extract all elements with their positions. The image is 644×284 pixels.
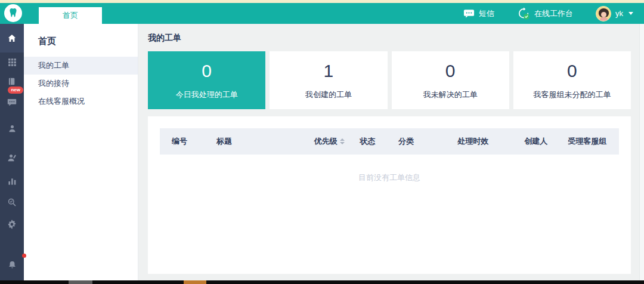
col-creator: 创建人 [524, 136, 568, 147]
grid-apps-icon [8, 58, 17, 67]
taskbar-segment-gray [69, 280, 92, 284]
col-category: 分类 [398, 136, 457, 147]
page-title: 我的工单 [148, 33, 644, 44]
main-content: 我的工单 0 今日我处理的工单 1 我创建的工单 0 我未解决的工单 0 我客服… [138, 24, 644, 284]
stat-value: 0 [445, 61, 456, 81]
app-window: 首页 短信 在线 [0, 0, 644, 284]
logo-circle [4, 4, 22, 22]
taskbar-segment-orange [184, 280, 206, 284]
new-badge: new [8, 87, 23, 94]
top-bar: 首页 短信 在线 [0, 3, 644, 24]
notification-dot [22, 254, 26, 258]
search-check-icon [7, 197, 17, 207]
rail-item-agents[interactable] [0, 143, 24, 172]
stat-value: 1 [324, 61, 334, 81]
rail-item-settings[interactable] [0, 214, 24, 235]
icon-rail: new [0, 24, 24, 284]
topbar-controls: 短信 在线工作台 yk [463, 3, 633, 24]
rail-item-customers[interactable] [0, 113, 24, 143]
home-icon [7, 33, 17, 43]
submenu-title: 首页 [24, 24, 138, 47]
stat-value: 0 [202, 61, 212, 81]
ticket-table-panel: 编号 标题 优先级 状态 分类 处理时效 创建人 受理客服组 目前没有工单信息 [148, 116, 631, 274]
submenu-item-my-receptions[interactable]: 我的接待 [24, 75, 138, 92]
bar-chart-icon [8, 177, 17, 186]
stat-card-unresolved[interactable]: 0 我未解决的工单 [392, 51, 509, 109]
stat-label: 我未解决的工单 [423, 89, 478, 100]
tab-home[interactable]: 首页 [39, 7, 102, 24]
user-menu[interactable]: yk [596, 6, 633, 21]
username: yk [615, 9, 623, 18]
col-service-group: 受理客服组 [568, 136, 619, 147]
refresh-status-icon [517, 7, 530, 20]
workbench-label: 在线工作台 [534, 8, 573, 19]
avatar-face [601, 12, 606, 17]
submenu-item-my-tickets[interactable]: 我的工单 [24, 57, 138, 75]
table-header: 编号 标题 优先级 状态 分类 处理时效 创建人 受理客服组 [160, 128, 619, 155]
stat-label: 我创建的工单 [305, 89, 352, 100]
rail-item-stats[interactable] [0, 172, 24, 191]
rail-item-notifications[interactable] [0, 255, 24, 274]
rail-item-chat[interactable]: new [0, 92, 24, 113]
col-sla: 处理时效 [457, 136, 524, 147]
workbench-button[interactable]: 在线工作台 [517, 7, 573, 20]
submenu-item-online-service-overview[interactable]: 在线客服概况 [24, 92, 138, 110]
taskbar-edge [0, 280, 644, 284]
rail-item-audit[interactable] [0, 191, 24, 214]
app-logo[interactable] [0, 1, 26, 25]
stat-card-group-unassigned[interactable]: 0 我客服组未分配的工单 [513, 51, 631, 109]
stat-label: 我客服组未分配的工单 [533, 89, 611, 100]
bell-icon [8, 260, 17, 270]
gear-icon [7, 220, 17, 229]
stat-cards: 0 今日我处理的工单 1 我创建的工单 0 我未解决的工单 0 我客服组未分配的… [148, 51, 631, 109]
tooth-icon [7, 7, 20, 20]
sms-bubble-icon [463, 9, 475, 18]
rail-item-home[interactable] [0, 24, 24, 53]
submenu-panel: 首页 我的工单 我的接待 在线客服概况 [24, 24, 138, 284]
agent-icon [7, 153, 17, 162]
chat-icon [7, 98, 17, 107]
col-status: 状态 [360, 136, 398, 147]
stat-card-created-by-me[interactable]: 1 我创建的工单 [270, 51, 387, 109]
avatar-torso [600, 17, 608, 21]
sort-toggle-icon[interactable] [340, 138, 345, 144]
scrollbar[interactable] [639, 24, 644, 280]
stat-label: 今日我处理的工单 [176, 89, 238, 100]
tab-home-label: 首页 [63, 10, 78, 21]
empty-state-text: 目前没有工单信息 [160, 172, 619, 183]
col-title: 标题 [216, 136, 314, 147]
avatar [596, 6, 611, 21]
stat-value: 0 [567, 61, 577, 81]
sms-label: 短信 [479, 8, 494, 19]
person-icon [8, 124, 17, 133]
book-icon [8, 77, 16, 86]
col-number: 编号 [160, 136, 216, 147]
sms-button[interactable]: 短信 [463, 8, 494, 19]
top-cream-strip [0, 0, 644, 3]
chevron-down-icon [628, 12, 633, 15]
submenu-items: 我的工单 我的接待 在线客服概况 [24, 57, 138, 110]
rail-item-apps[interactable] [0, 54, 24, 70]
col-priority[interactable]: 优先级 [314, 136, 360, 147]
stat-card-today-handled[interactable]: 0 今日我处理的工单 [148, 51, 265, 109]
